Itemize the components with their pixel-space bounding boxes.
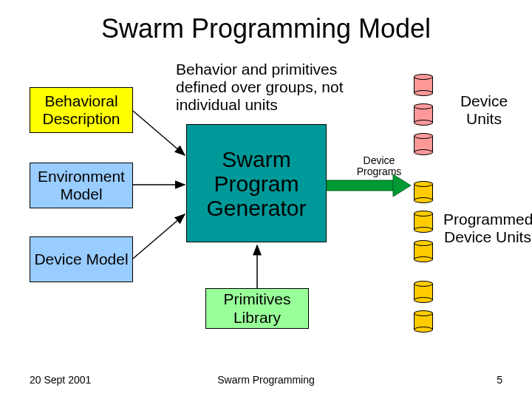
slide-title: Swarm Programming Model: [0, 13, 532, 44]
caption-text: Behavior and primitives defined over gro…: [176, 61, 368, 114]
device-model-box: Device Model: [30, 236, 133, 282]
svg-line-2: [133, 214, 185, 259]
device-units-label: Device Units: [451, 92, 517, 128]
swarm-program-generator-box: Swarm Program Generator: [186, 124, 327, 242]
environment-model-box: Environment Model: [30, 163, 133, 208]
device-programs-label: Device Programs: [353, 155, 405, 178]
svg-rect-4: [327, 180, 393, 191]
footer-center: Swarm Programming: [0, 374, 532, 386]
programmed-device-unit-cylinder: [414, 181, 433, 203]
programmed-device-unit-cylinder: [414, 211, 433, 233]
device-unit-cylinder: [414, 133, 433, 155]
environment-model-label: Environment Model: [30, 168, 132, 203]
behavioral-description-label: Behavioral Description: [30, 92, 132, 128]
primitives-library-label: Primitives Library: [206, 290, 308, 326]
programmed-device-unit-cylinder: [414, 240, 433, 262]
device-unit-cylinder: [414, 74, 433, 96]
programmed-device-unit-cylinder: [414, 310, 433, 332]
swarm-program-generator-label: Swarm Program Generator: [187, 147, 326, 220]
programmed-device-unit-cylinder: [414, 281, 433, 303]
primitives-library-box: Primitives Library: [205, 288, 309, 329]
device-unit-cylinder: [414, 103, 433, 126]
device-model-label: Device Model: [34, 250, 128, 268]
footer-page-number: 5: [497, 374, 502, 386]
behavioral-description-box: Behavioral Description: [30, 87, 133, 133]
svg-line-0: [133, 111, 185, 155]
programmed-device-units-label: Programmed Device Units: [443, 211, 532, 246]
